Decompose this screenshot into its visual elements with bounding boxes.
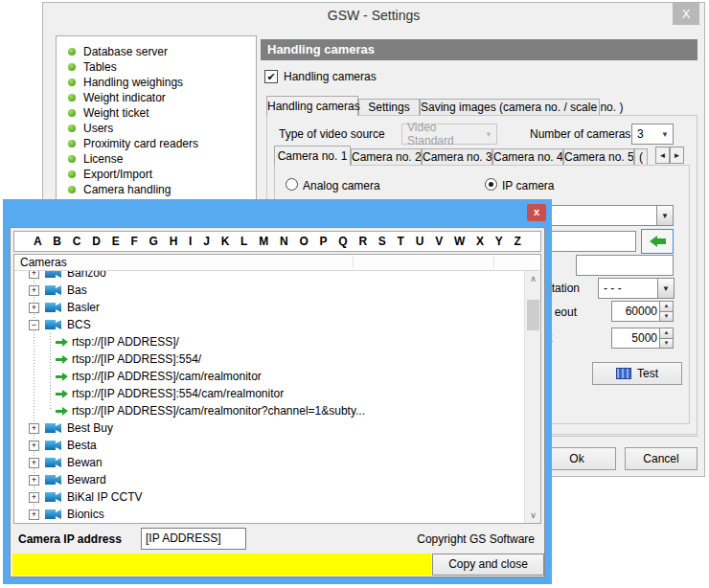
expand-plus-icon[interactable]: + bbox=[29, 458, 39, 468]
spin-up-icon[interactable]: ▲ bbox=[660, 302, 673, 312]
alphabet-letter-a[interactable]: A bbox=[34, 235, 42, 248]
tab-camera-no-2[interactable]: Camera no. 2 bbox=[351, 148, 422, 166]
alphabet-letter-x[interactable]: X bbox=[476, 235, 484, 248]
ip-camera-radio[interactable] bbox=[485, 178, 497, 191]
text-field[interactable] bbox=[576, 255, 674, 276]
alphabet-letter-r[interactable]: R bbox=[358, 235, 367, 248]
tab-camera-no-6[interactable]: ( bbox=[634, 148, 648, 166]
tree-item-rtsp-url[interactable]: rtsp://[IP ADDRESS]/ bbox=[14, 333, 524, 351]
tree-item-camera-brand[interactable]: +Beward bbox=[14, 471, 524, 488]
expand-plus-icon[interactable]: + bbox=[29, 492, 39, 503]
alphabet-letter-c[interactable]: C bbox=[73, 235, 81, 248]
chevron-down-icon[interactable]: ▼ bbox=[656, 206, 673, 225]
alphabet-letter-b[interactable]: B bbox=[53, 235, 61, 248]
expand-plus-icon[interactable]: + bbox=[29, 441, 39, 451]
alphabet-letter-w[interactable]: W bbox=[454, 235, 465, 248]
alphabet-letter-f[interactable]: F bbox=[130, 235, 137, 248]
copy-and-close-button[interactable]: Copy and close bbox=[432, 554, 544, 576]
tab-camera-no-1[interactable]: Camera no. 1 bbox=[274, 146, 351, 166]
interval-spinner[interactable]: 5000 ▲ ▼ bbox=[611, 328, 674, 349]
test-button[interactable]: Test bbox=[592, 362, 682, 385]
tree-item-rtsp-url[interactable]: rtsp://[IP ADDRESS]:554/ bbox=[14, 351, 524, 368]
tab-settings[interactable]: Settings bbox=[358, 99, 420, 116]
alphabet-letter-o[interactable]: O bbox=[299, 235, 308, 248]
sidebar-item-weight-ticket[interactable]: Weight ticket bbox=[57, 105, 256, 121]
handling-cameras-checkbox-row[interactable]: ✔ Handling cameras bbox=[264, 70, 377, 83]
alphabet-letter-z[interactable]: Z bbox=[515, 235, 521, 248]
vertical-scrollbar[interactable]: ∧ ∨ bbox=[524, 271, 540, 523]
sidebar-item-tables[interactable]: Tables bbox=[57, 59, 256, 75]
expand-plus-icon[interactable]: + bbox=[29, 285, 39, 296]
alphabet-letter-s[interactable]: S bbox=[378, 235, 386, 248]
spin-down-icon[interactable]: ▼ bbox=[660, 312, 673, 322]
alphabet-letter-g[interactable]: G bbox=[149, 235, 158, 248]
num-cameras-combobox[interactable]: 3 ▼ bbox=[631, 124, 674, 145]
tree-item-camera-brand[interactable]: +Basler bbox=[14, 299, 524, 316]
scrollbar-thumb[interactable] bbox=[527, 300, 539, 330]
scroll-down-icon[interactable]: ∨ bbox=[525, 508, 541, 523]
sidebar-item-handling-weighings[interactable]: Handling weighings bbox=[57, 75, 256, 90]
tree-item-camera-brand[interactable]: +Bewan bbox=[14, 454, 524, 471]
tree-item-camera-brand[interactable]: +Banzoo bbox=[14, 271, 524, 282]
close-icon[interactable]: X bbox=[673, 3, 699, 25]
tab-camera-no-4[interactable]: Camera no. 4 bbox=[492, 148, 563, 166]
alphabet-letter-i[interactable]: I bbox=[189, 235, 192, 248]
tab-camera-no-3[interactable]: Camera no. 3 bbox=[422, 148, 492, 166]
sidebar-item-label: Export/Import bbox=[83, 168, 152, 181]
alphabet-letter-m[interactable]: M bbox=[259, 235, 268, 248]
tree-item-rtsp-url[interactable]: rtsp://[IP ADDRESS]:554/cam/realmonitor bbox=[14, 385, 524, 402]
insert-address-button[interactable] bbox=[641, 229, 674, 254]
scroll-up-icon[interactable]: ∧ bbox=[525, 271, 541, 286]
spin-up-icon[interactable]: ▲ bbox=[660, 328, 673, 339]
tree-item-camera-brand[interactable]: +Besta bbox=[14, 437, 524, 454]
expand-plus-icon[interactable]: + bbox=[29, 423, 39, 434]
alphabet-letter-e[interactable]: E bbox=[112, 235, 120, 248]
tree-item-rtsp-url[interactable]: rtsp://[IP ADDRESS]/cam/realmonitor?chan… bbox=[14, 402, 524, 419]
tree-item-camera-brand[interactable]: +Bionics bbox=[14, 506, 524, 523]
sidebar-item-users[interactable]: Users bbox=[57, 121, 256, 136]
expand-plus-icon[interactable]: + bbox=[29, 303, 39, 313]
chevron-down-icon[interactable]: ▼ bbox=[657, 279, 674, 298]
tree-item-camera-brand[interactable]: −BCS bbox=[14, 316, 524, 333]
camera-ip-input[interactable]: [IP ADDRESS] bbox=[141, 528, 246, 550]
spin-down-icon[interactable]: ▼ bbox=[660, 339, 673, 349]
sidebar-item-camera-handling[interactable]: Camera handling bbox=[57, 182, 256, 197]
tree-item-rtsp-url[interactable]: rtsp://[IP ADDRESS]/cam/realmonitor bbox=[14, 368, 524, 385]
cancel-button[interactable]: Cancel bbox=[625, 447, 698, 470]
collapse-minus-icon[interactable]: − bbox=[29, 320, 39, 330]
close-icon[interactable]: x bbox=[527, 204, 546, 221]
expand-plus-icon[interactable]: + bbox=[29, 509, 39, 520]
alphabet-letter-k[interactable]: K bbox=[221, 235, 230, 248]
tree-item-camera-brand[interactable]: +Bas bbox=[14, 282, 524, 299]
alphabet-letter-l[interactable]: L bbox=[240, 235, 247, 248]
timeout-spinner[interactable]: 60000 ▲ ▼ bbox=[611, 301, 674, 322]
alphabet-letter-p[interactable]: P bbox=[319, 235, 327, 248]
tree-item-camera-brand[interactable]: +BiKal IP CCTV bbox=[14, 488, 524, 506]
alphabet-letter-n[interactable]: N bbox=[280, 235, 288, 248]
sidebar-item-weight-indicator[interactable]: Weight indicator bbox=[57, 90, 256, 105]
alphabet-letter-v[interactable]: V bbox=[435, 235, 443, 248]
sidebar-item-database-server[interactable]: Database server bbox=[57, 44, 256, 59]
orientation-combobox[interactable]: - - - ▼ bbox=[598, 278, 675, 299]
sidebar-item-export-import[interactable]: Export/Import bbox=[57, 167, 256, 182]
tab-handling-cameras[interactable]: Handling cameras bbox=[266, 96, 358, 116]
num-cameras-value: 3 bbox=[637, 127, 644, 141]
alphabet-letter-q[interactable]: Q bbox=[338, 235, 347, 248]
tab-camera-no-5[interactable]: Camera no. 5 bbox=[563, 148, 634, 166]
tab-saving-images-camera-no-scale-no[interactable]: Saving images (camera no. / scale no. ) bbox=[420, 99, 600, 116]
expand-plus-icon[interactable]: + bbox=[29, 271, 39, 279]
analog-camera-radio[interactable] bbox=[286, 178, 298, 191]
checkbox-checked-icon[interactable]: ✔ bbox=[264, 70, 278, 83]
tab-next-icon[interactable]: ► bbox=[670, 147, 684, 164]
alphabet-letter-j[interactable]: J bbox=[203, 235, 210, 248]
tab-prev-icon[interactable]: ◄ bbox=[655, 147, 670, 164]
expand-plus-icon[interactable]: + bbox=[29, 475, 39, 486]
alphabet-letter-u[interactable]: U bbox=[416, 235, 424, 248]
sidebar-item-proximity-card-readers[interactable]: Proximity card readers bbox=[57, 136, 256, 151]
tree-item-camera-brand[interactable]: +Best Buy bbox=[14, 419, 524, 437]
alphabet-letter-h[interactable]: H bbox=[170, 235, 178, 248]
alphabet-letter-d[interactable]: D bbox=[92, 235, 101, 248]
sidebar-item-license[interactable]: License bbox=[57, 151, 256, 167]
alphabet-letter-t[interactable]: T bbox=[398, 235, 404, 248]
alphabet-letter-y[interactable]: Y bbox=[495, 235, 503, 248]
